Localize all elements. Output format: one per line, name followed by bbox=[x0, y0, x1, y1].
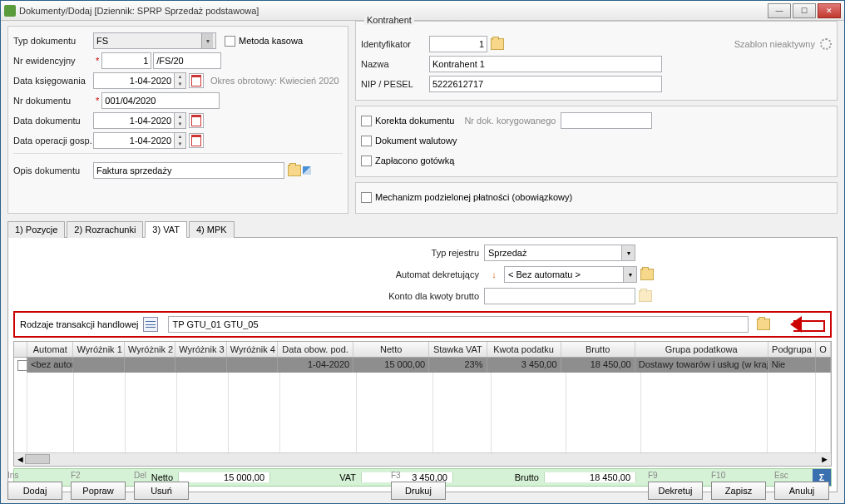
nip-input[interactable] bbox=[429, 76, 662, 92]
date-spinner[interactable]: ▲▼ bbox=[175, 132, 186, 149]
korekta-checkbox[interactable] bbox=[361, 116, 372, 126]
nr-ewid-label: Nr ewidencyjny bbox=[13, 56, 93, 66]
date-spinner[interactable]: ▲▼ bbox=[175, 112, 186, 129]
col-automat[interactable]: Automat bbox=[27, 342, 73, 357]
col-wyroznik1[interactable]: Wyróżnik 1 bbox=[73, 342, 124, 357]
automat-combo[interactable]: < Bez automatu > ▾ bbox=[504, 266, 637, 283]
vat-tab-content: Typ rejestru Sprzedaż ▾ Automat dekretuj… bbox=[7, 238, 838, 492]
scroll-thumb[interactable] bbox=[25, 454, 50, 464]
typ-dokumentu-label: Typ dokumentu bbox=[13, 36, 93, 46]
document-panel: Typ dokumentu FS ▾ Metoda kasowa Nr ewid… bbox=[7, 26, 348, 214]
szablon-label: Szablon nieaktywny bbox=[734, 39, 815, 49]
data-dok-input[interactable] bbox=[93, 112, 175, 129]
opis-dok-label: Opis dokumentu bbox=[13, 166, 93, 175]
maximize-button[interactable]: ☐ bbox=[793, 3, 816, 18]
nr-koryg-input[interactable] bbox=[561, 112, 652, 129]
grid-header: Automat Wyróżnik 1 Wyróżnik 2 Wyróżnik 3… bbox=[14, 342, 831, 358]
tab-mpk[interactable]: 4) MPK bbox=[189, 221, 235, 238]
ident-input[interactable] bbox=[429, 36, 487, 52]
scroll-left-icon[interactable]: ◄ bbox=[16, 454, 25, 464]
folder-icon[interactable] bbox=[639, 290, 652, 302]
date-spinner[interactable]: ▲▼ bbox=[175, 72, 186, 89]
data-oper-input[interactable] bbox=[93, 132, 175, 149]
calendar-icon[interactable] bbox=[189, 113, 204, 128]
nr-dok-input[interactable] bbox=[101, 92, 220, 109]
okres-label: Okres obrotowy: Kwiecień 2020 bbox=[210, 76, 339, 86]
konto-brutto-label: Konto dla kwoty brutto bbox=[371, 291, 479, 301]
options-panel: Korekta dokumentu Nr dok. korygowanego D… bbox=[355, 106, 838, 177]
calendar-icon[interactable] bbox=[189, 73, 204, 88]
chevron-down-icon: ▾ bbox=[623, 267, 636, 282]
zapisz-button[interactable]: Zapisz bbox=[711, 482, 766, 500]
chevron-down-icon: ▾ bbox=[201, 33, 213, 48]
typ-dokumentu-value: FS bbox=[96, 36, 108, 46]
dodaj-button[interactable]: Dodaj bbox=[7, 482, 62, 500]
data-dok-label: Data dokumentu bbox=[13, 116, 93, 126]
nr-koryg-label: Nr dok. korygowanego bbox=[464, 116, 556, 126]
list-icon[interactable] bbox=[143, 317, 158, 332]
folder-icon[interactable] bbox=[757, 319, 770, 330]
col-wyroznik4[interactable]: Wyróżnik 4 bbox=[227, 342, 278, 357]
scroll-right-icon[interactable]: ► bbox=[820, 454, 829, 464]
col-o[interactable]: O bbox=[816, 342, 831, 357]
nazwa-input[interactable] bbox=[429, 56, 662, 72]
title-bar[interactable]: Dokumenty/Dodaj [Dziennik: SPRP Sprzedaż… bbox=[1, 1, 844, 21]
korekta-label: Korekta dokumentu bbox=[375, 116, 454, 126]
kontrahent-panel: Kontrahent Identyfikator Szablon nieakty… bbox=[355, 21, 838, 101]
col-data-obow[interactable]: Data obow. pod. bbox=[278, 342, 353, 357]
horizontal-scrollbar[interactable]: ◄ ► bbox=[14, 452, 831, 466]
folder-icon[interactable] bbox=[288, 165, 301, 176]
app-window: Dokumenty/Dodaj [Dziennik: SPRP Sprzedaż… bbox=[0, 0, 845, 504]
typ-dokumentu-combo[interactable]: FS ▾ bbox=[93, 32, 216, 49]
typ-rejestru-label: Typ rejestru bbox=[371, 248, 479, 258]
walutowy-checkbox[interactable] bbox=[361, 136, 372, 146]
minimize-button[interactable]: — bbox=[768, 3, 791, 18]
rodzaje-input[interactable] bbox=[168, 316, 749, 333]
usun-button[interactable]: Usuń bbox=[134, 482, 189, 500]
grid-body[interactable] bbox=[14, 373, 831, 452]
nr-dok-label: Nr dokumentu bbox=[13, 96, 93, 106]
automat-label: Automat dekretujący bbox=[371, 269, 479, 279]
nip-label: NIP / PESEL bbox=[361, 79, 429, 89]
metoda-kasowa-checkbox[interactable] bbox=[225, 36, 235, 47]
nr-ewid-suffix[interactable] bbox=[153, 52, 221, 69]
tab-bar: 1) Pozycje 2) Rozrachunki 3) VAT 4) MPK bbox=[7, 220, 838, 238]
typ-rejestru-combo[interactable]: Sprzedaż ▾ bbox=[484, 245, 635, 261]
dekretuj-button[interactable]: Dekretuj bbox=[648, 482, 703, 500]
col-netto[interactable]: Netto bbox=[353, 342, 429, 357]
popraw-button[interactable]: Popraw bbox=[71, 482, 126, 500]
tab-rozrachunki[interactable]: 2) Rozrachunki bbox=[67, 221, 143, 238]
col-wyroznik3[interactable]: Wyróżnik 3 bbox=[175, 342, 226, 357]
gear-icon[interactable] bbox=[820, 38, 832, 50]
tab-pozycje[interactable]: 1) Pozycje bbox=[7, 221, 65, 238]
mpp-label: Mechanizm podzielonej płatności (obowiąz… bbox=[375, 192, 572, 202]
close-button[interactable]: ✕ bbox=[818, 3, 841, 18]
row-checkbox[interactable] bbox=[17, 360, 27, 371]
tab-vat[interactable]: 3) VAT bbox=[145, 221, 187, 238]
opis-dok-input[interactable] bbox=[93, 162, 284, 179]
zaplacono-checkbox[interactable] bbox=[361, 156, 372, 166]
col-brutto[interactable]: Brutto bbox=[561, 342, 635, 357]
col-podgrupa[interactable]: Podgrupa bbox=[768, 342, 816, 357]
grid-row[interactable]: <bez autom 1-04-2020 15 000,00 23% 3 450… bbox=[14, 358, 831, 373]
col-grupa[interactable]: Grupa podatkowa bbox=[635, 342, 768, 357]
metoda-kasowa-label: Metoda kasowa bbox=[239, 36, 303, 46]
anuluj-button[interactable]: Anuluj bbox=[774, 482, 829, 500]
col-wyroznik2[interactable]: Wyróżnik 2 bbox=[125, 342, 175, 357]
zaplacono-label: Zapłacono gotówką bbox=[375, 156, 454, 166]
vat-grid: Automat Wyróżnik 1 Wyróżnik 2 Wyróżnik 3… bbox=[13, 341, 832, 467]
edit-icon[interactable] bbox=[303, 166, 311, 175]
konto-brutto-input[interactable] bbox=[484, 288, 635, 304]
folder-icon[interactable] bbox=[640, 269, 654, 280]
col-podatek[interactable]: Kwota podatku bbox=[487, 342, 561, 357]
data-ksieg-input[interactable] bbox=[93, 72, 175, 89]
mpp-panel: Mechanizm podzielonej płatności (obowiąz… bbox=[355, 182, 838, 214]
nr-ewid-input[interactable] bbox=[101, 52, 151, 69]
data-ksieg-label: Data księgowania bbox=[13, 76, 93, 86]
col-stawka[interactable]: Stawka VAT bbox=[429, 342, 487, 357]
calendar-icon[interactable] bbox=[189, 133, 204, 148]
mpp-checkbox[interactable] bbox=[361, 192, 372, 203]
drukuj-button[interactable]: Drukuj bbox=[391, 482, 446, 500]
folder-icon[interactable] bbox=[491, 38, 504, 50]
col-checkbox[interactable] bbox=[14, 342, 27, 357]
